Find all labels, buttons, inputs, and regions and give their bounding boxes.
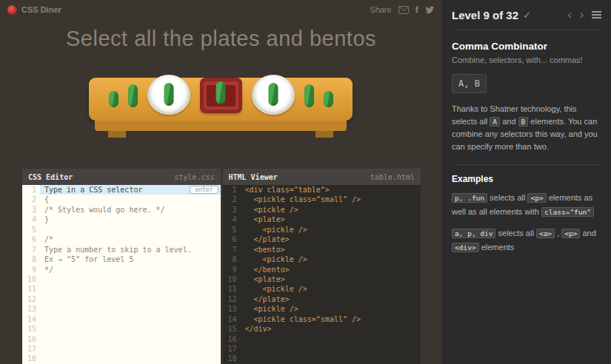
code-line: { [40,195,221,204]
table-items [89,66,353,115]
level-complete-check-icon: ✓ [523,10,531,21]
table-front [95,121,347,131]
inline-code-chip: <p> [561,229,580,238]
line-number: 16 [22,334,36,344]
line-number: 8 [223,255,237,264]
code-line: </bento> [241,265,421,274]
pickle[interactable] [164,83,173,106]
code-line: <bento> [241,245,421,255]
editor-panels: CSS Editor style.css 1234567891011121314… [22,169,421,364]
inline-code-chip: a, p, div [452,229,495,238]
line-number: 18 [22,354,36,363]
code-line: <pickle /> [241,255,421,264]
share-label: Share [370,5,391,14]
level-instruction: Select all the plates and bentos [0,27,442,51]
code-line: </div> [241,324,421,334]
examples-title: Examples [452,164,601,184]
facebook-share-icon[interactable]: f [415,4,418,16]
css-editor-body: 123456789101112131415161718 enter {/* St… [22,185,221,364]
code-line [40,334,221,344]
prev-level-button[interactable]: ‹ [567,9,572,21]
pickle-graphic [128,84,138,107]
pickle[interactable] [128,84,138,107]
code-line: <plate> [241,274,421,284]
enter-button[interactable]: enter [190,186,218,194]
code-line: <pickle /> [241,304,421,314]
line-number: 18 [223,354,237,363]
lesson-title: Comma Combinator [452,41,601,52]
html-viewer-header: HTML Viewer table.html [223,169,421,185]
code-line: /* [40,235,221,244]
html-viewer-panel: HTML Viewer table.html 12345678910111213… [223,169,421,364]
code-line [40,324,221,334]
pickle-graphic [304,84,314,107]
code-line: <pickle class="small" /> [241,195,421,204]
css-editor-header: CSS Editor style.css [22,169,221,185]
code-line [40,344,221,354]
level-nav: ‹ › [567,9,601,21]
pickle-small[interactable] [109,91,118,107]
next-level-button[interactable]: › [579,9,584,21]
level-label: Level 9 of 32 [452,9,518,21]
html-viewer-code: <div class="table"> <pickle class="small… [241,185,421,364]
line-number: 1 [223,185,237,195]
email-share-icon[interactable] [398,6,409,14]
css-selector-input[interactable] [40,185,190,195]
code-line: <div class="table"> [241,185,421,195]
code-line [241,334,421,344]
lesson-description: Thanks to Shatner technology, this selec… [452,103,601,153]
plate[interactable] [252,75,295,115]
css-diner-app: CSS Diner Share f Select all the plates … [0,0,611,364]
line-number: 17 [22,344,36,354]
line-number: 2 [22,195,36,204]
css-code-lines: {/* Styles would go here. */}/*Type a nu… [40,195,221,363]
line-number: 12 [223,294,237,304]
code-line [40,354,221,363]
code-line: <pickle /> [241,225,421,235]
code-line [40,274,221,284]
line-number: 1 [22,185,36,195]
html-viewer-gutter: 123456789101112131415161718 [223,185,241,364]
line-number: 16 [223,334,237,344]
pickle[interactable] [304,84,314,107]
css-diner-logo-icon [7,5,17,15]
level-header: Level 9 of 32 ✓ ‹ › [452,0,601,30]
code-line: </plate> [241,235,421,244]
pickle[interactable] [268,83,278,106]
example-line: a, p, div selects all <a> , <p> and <div… [452,226,601,255]
line-number: 10 [22,274,36,284]
code-line: <pickle class="small" /> [241,314,421,324]
lesson-subtitle: Combine, selectors, with... commas! [452,55,601,64]
line-number: 7 [22,245,36,255]
inline-code-chip: p, .fun [452,193,487,203]
line-number: 3 [22,205,36,215]
line-number: 4 [223,215,237,224]
line-number: 14 [223,314,237,324]
top-bar: CSS Diner Share f [0,0,442,19]
line-number: 15 [223,324,237,334]
line-number: 14 [22,314,36,324]
code-line: <pickle /> [241,205,421,215]
html-viewer-filename: table.html [370,173,415,181]
table-leg [108,131,126,138]
pickle-graphic [324,91,333,107]
pickle[interactable] [216,81,226,104]
app-title: CSS Diner [21,5,61,14]
html-viewer-body: 123456789101112131415161718 <div class="… [223,185,421,364]
line-number: 15 [22,324,36,334]
line-number: 13 [223,304,237,314]
brand[interactable]: CSS Diner [7,5,61,15]
menu-button[interactable] [592,10,601,20]
bento[interactable] [200,78,242,113]
pickle-small[interactable] [324,91,333,107]
line-number: 6 [223,235,237,244]
inline-code-chip: A [490,117,500,127]
inline-code-chip: class="fun" [541,207,594,217]
code-line: */ [40,265,221,274]
plate[interactable] [147,75,190,115]
line-number: 11 [223,284,237,294]
inline-code-chip: <p> [527,193,546,203]
share-group: Share f [370,4,435,16]
twitter-share-icon[interactable] [425,5,435,15]
line-number: 11 [22,284,36,294]
